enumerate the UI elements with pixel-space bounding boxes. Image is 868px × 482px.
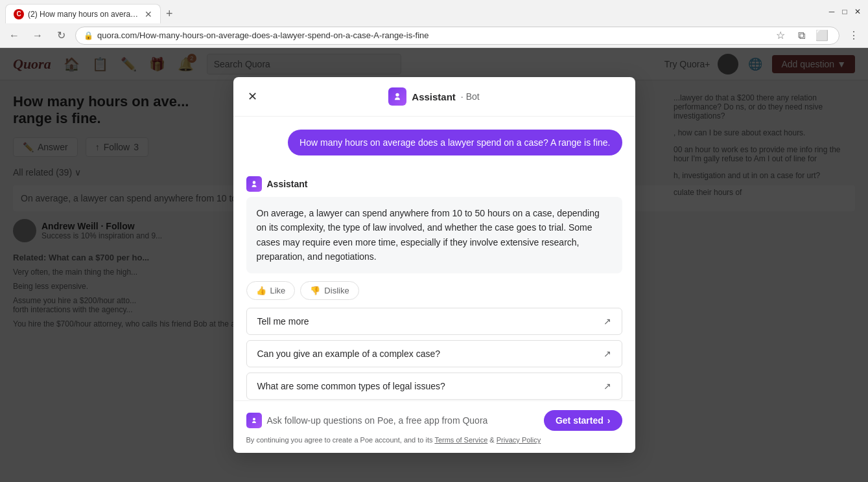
external-link-icon-2: ↗ [604,381,611,391]
like-label: Like [270,286,286,295]
assistant-response: Assistant On average, a lawyer can spend… [246,176,622,300]
like-button[interactable]: 👍 Like [246,281,296,300]
split-view-icon[interactable]: ⬜ [813,27,831,45]
modal-close-button[interactable]: ✕ [244,87,262,106]
close-button[interactable] [852,6,863,17]
svg-point-0 [396,93,399,97]
assistant-name: Assistant [412,91,456,102]
tab-title: (2) How many hours on averag... [28,10,141,19]
assistant-label-text: Assistant [267,179,308,189]
get-started-label: Get started [556,415,604,426]
modal-header: ✕ Assistant · Bot [233,77,635,117]
new-tab-button[interactable]: + [161,4,178,23]
user-message-container: How many hours on average does a lawyer … [246,130,622,166]
tab-favicon: C [14,9,24,19]
assistant-icon [388,87,406,106]
suggestion-item-2[interactable]: What are some common types of legal issu… [246,373,622,400]
browser-extra-icons: ⋮ [845,27,863,45]
modal-footer: Ask follow-up questions on Poe, a free a… [233,400,635,453]
bot-badge: · Bot [461,91,480,102]
thumbs-up-icon: 👍 [256,286,266,295]
footer-poe: Ask follow-up questions on Poe, a free a… [246,413,488,428]
legal-prefix: By continuing you agree to create a Poe … [246,436,435,444]
browser-chrome: C (2) How many hours on averag... ✕ + ← … [0,0,868,48]
active-tab[interactable]: C (2) How many hours on averag... ✕ [5,4,161,23]
assistant-info: Assistant · Bot [388,87,479,106]
dislike-label: Dislike [324,286,349,295]
window-controls [827,6,863,17]
forward-button[interactable]: → [29,27,47,45]
poe-icon [246,413,262,428]
address-bar[interactable]: 🔒 quora.com/How-many-hours-on-average-do… [75,27,839,45]
reload-button[interactable]: ↻ [52,27,70,45]
extensions-icon[interactable]: ⧉ [792,27,810,45]
suggestion-item-0[interactable]: Tell me more ↗ [246,308,622,335]
privacy-link[interactable]: Privacy Policy [497,436,541,444]
minimize-button[interactable] [827,6,837,17]
suggestion-text-0: Tell me more [257,316,309,327]
browser-toolbar: ← → ↻ 🔒 quora.com/How-many-hours-on-aver… [0,23,868,48]
browser-tabs: C (2) How many hours on averag... ✕ + [5,0,178,23]
external-link-icon-0: ↗ [604,316,611,327]
svg-point-1 [252,181,255,184]
bookmark-icon[interactable]: ☆ [771,27,790,45]
assistant-label-icon [246,176,262,192]
suggestion-item-1[interactable]: Can you give an example of a complex cas… [246,340,622,367]
browser-titlebar: C (2) How many hours on averag... ✕ + [0,0,868,23]
modal-chat[interactable]: How many hours on average does a lawyer … [233,117,635,400]
footer-legal: By continuing you agree to create a Poe … [246,436,622,444]
feedback-buttons: 👍 Like 👎 Dislike [246,281,622,300]
get-started-arrow: › [607,415,611,426]
address-actions: ☆ ⧉ ⬜ [771,27,831,45]
assistant-modal: ✕ Assistant · Bot How many hours on aver… [233,77,635,453]
legal-and: & [487,436,496,444]
back-button[interactable]: ← [5,27,23,45]
user-message: How many hours on average does a lawyer … [288,130,622,155]
dislike-button[interactable]: 👎 Dislike [300,281,358,300]
lock-icon: 🔒 [84,31,93,40]
response-text: On average, a lawyer can spend anywhere … [246,197,622,273]
suggestions-list: Tell me more ↗ Can you give an example o… [246,308,622,400]
chrome-menu-icon[interactable]: ⋮ [845,27,863,45]
modal-overlay: ✕ Assistant · Bot How many hours on aver… [0,48,868,482]
tab-close-icon[interactable]: ✕ [145,9,152,19]
maximize-button[interactable] [839,6,850,17]
footer-cta: Ask follow-up questions on Poe, a free a… [246,410,622,431]
assistant-label: Assistant [246,176,622,192]
terms-link[interactable]: Terms of Service [434,436,487,444]
suggestion-text-1: Can you give an example of a complex cas… [257,349,441,359]
get-started-button[interactable]: Get started › [544,410,622,431]
footer-poe-text: Ask follow-up questions on Poe, a free a… [267,415,488,426]
suggestion-text-2: What are some common types of legal issu… [257,381,445,391]
svg-point-2 [253,418,255,420]
thumbs-down-icon: 👎 [310,286,320,295]
external-link-icon-1: ↗ [604,349,611,359]
address-text: quora.com/How-many-hours-on-average-does… [97,30,768,40]
